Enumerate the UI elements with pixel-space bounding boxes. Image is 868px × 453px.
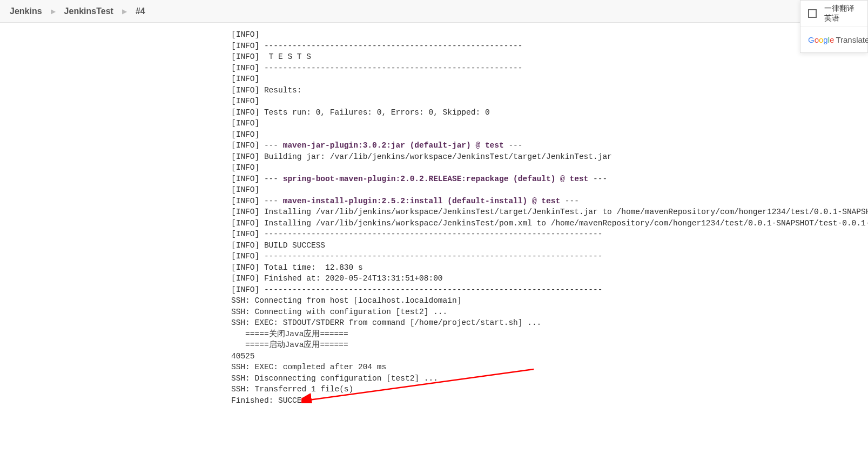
console-line: [INFO] ---------------------------------…	[231, 63, 868, 74]
console-line: [INFO]	[231, 129, 868, 141]
console-line: SSH: Connecting with configuration [test…	[231, 307, 868, 318]
console-line: [INFO] --- maven-jar-plugin:3.0.2:jar (d…	[231, 140, 868, 151]
checkbox-icon	[808, 9, 817, 18]
console-line: SSH: Transferred 1 file(s)	[231, 384, 868, 395]
google-logo-icon: Google	[808, 35, 834, 44]
breadcrumb-build[interactable]: #4	[136, 6, 145, 16]
console-line: [INFO] ---------------------------------…	[231, 251, 868, 262]
console-line: SSH: EXEC: completed after 204 ms	[231, 362, 868, 373]
console-line: [INFO] Installing /var/lib/jenkins/works…	[231, 206, 868, 218]
google-translate-option[interactable]: Google Translate	[800, 26, 867, 52]
console-line: =====关闭Java应用======	[231, 329, 868, 340]
chevron-right-icon: ▶	[51, 8, 56, 15]
console-line: [INFO]	[231, 74, 868, 85]
console-line: SSH: EXEC: STDOUT/STDERR from command [/…	[231, 317, 868, 329]
console-line: [INFO] --- spring-boot-maven-plugin:2.0.…	[231, 174, 868, 185]
always-translate-option[interactable]: 一律翻译英语	[800, 1, 867, 26]
console-line: SSH: Disconnecting configuration [test2]…	[231, 373, 868, 384]
console-line: SSH: Connecting from host [localhost.loc…	[231, 295, 868, 307]
console-line: Finished: SUCCESS	[231, 395, 868, 407]
always-translate-label: 一律翻译英语	[824, 4, 860, 23]
console-line: [INFO] Installing /var/lib/jenkins/works…	[231, 218, 868, 229]
console-output: [INFO] [INFO] --------------------------…	[0, 23, 868, 406]
console-line: [INFO] T E S T S	[231, 51, 868, 63]
console-line: [INFO] Total time: 12.830 s	[231, 262, 868, 274]
console-line: [INFO] Finished at: 2020-05-24T13:31:51+…	[231, 273, 868, 284]
breadcrumb-bar: Jenkins ▶ JenkinsTest ▶ #4	[0, 0, 868, 23]
console-line: [INFO] Results:	[231, 85, 868, 96]
breadcrumb-job[interactable]: JenkinsTest	[64, 6, 113, 16]
console-line: [INFO] BUILD SUCCESS	[231, 240, 868, 251]
console-line: =====启动Java应用======	[231, 339, 868, 351]
console-line: [INFO]	[231, 29, 868, 41]
console-line: [INFO]	[231, 184, 868, 196]
console-line: [INFO] Building jar: /var/lib/jenkins/wo…	[231, 151, 868, 163]
breadcrumb-jenkins[interactable]: Jenkins	[10, 6, 42, 16]
console-line: [INFO] --- maven-install-plugin:2.5.2:in…	[231, 196, 868, 207]
console-line: [INFO] ---------------------------------…	[231, 229, 868, 240]
translate-label: Translate	[836, 35, 868, 44]
console-line: [INFO]	[231, 118, 868, 129]
console-line: [INFO]	[231, 96, 868, 107]
console-line: 40525	[231, 351, 868, 362]
console-line: [INFO]	[231, 162, 868, 174]
chevron-right-icon: ▶	[122, 8, 127, 15]
translate-popup: 一律翻译英语 Google Translate	[800, 0, 868, 53]
console-line: [INFO] ---------------------------------…	[231, 41, 868, 52]
console-line: [INFO] ---------------------------------…	[231, 284, 868, 296]
console-line: [INFO] Tests run: 0, Failures: 0, Errors…	[231, 107, 868, 118]
